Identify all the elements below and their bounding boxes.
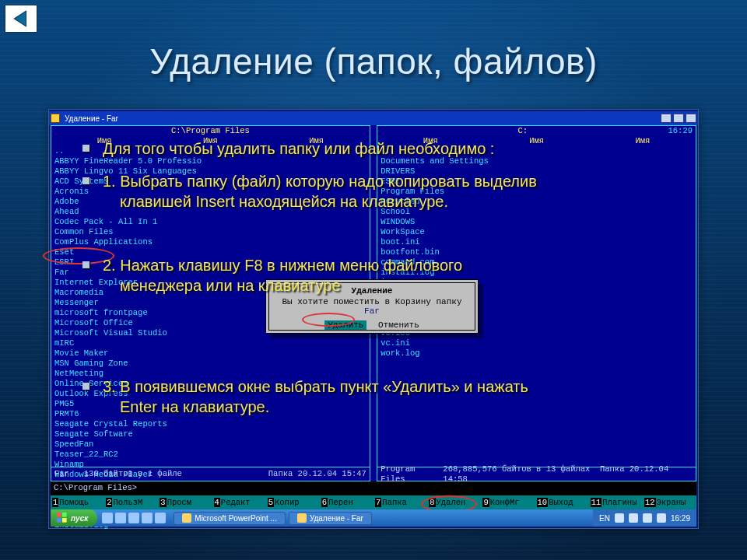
window-title: Удаление - Far <box>65 114 118 123</box>
ql-icon[interactable] <box>115 513 126 523</box>
bullet-item: 1. Выбрать папку (файл) которую надо коп… <box>79 171 686 212</box>
ql-icon[interactable] <box>102 513 113 523</box>
lang-indicator[interactable]: EN <box>599 514 610 523</box>
taskbar-app-label: Microsoft PowerPoint ... <box>195 514 277 523</box>
left-path: C:\Program Files <box>51 126 370 136</box>
app-icon <box>51 114 60 123</box>
bullet-indent: клавишей Insert находящейся на клавиатур… <box>120 191 686 212</box>
tray-icon[interactable] <box>657 513 666 523</box>
left-sel-name: Far <box>54 469 69 478</box>
quick-launch <box>97 513 170 523</box>
bullet-item: 2. Нажать клавишу F8 в нижнем меню файло… <box>79 255 686 296</box>
right-time: 16:29 <box>668 126 696 136</box>
taskbar-app-far[interactable]: Удаление - Far <box>289 512 372 525</box>
slide-bullets: Для того чтобы удалить папку или файл не… <box>79 138 686 429</box>
clock: 16:29 <box>671 514 690 523</box>
fkeys-bar: 1Помощь2ПользМ3Просм4Редакт5Копир6Перен7… <box>51 495 696 509</box>
left-status: Far 130 байтов в 1 файле Папка 20.12.04 … <box>51 467 370 481</box>
minimize-button[interactable] <box>661 114 672 123</box>
app-icon <box>182 513 191 523</box>
svg-rect-1 <box>57 513 61 517</box>
bullet-indent: менеджера или на клавиатуре <box>120 275 686 296</box>
fkey-5[interactable]: 5Копир <box>266 498 320 507</box>
bullet-indent: Enter на клавиатуре. <box>120 397 686 417</box>
fkey-1[interactable]: 1Помощь <box>51 498 104 507</box>
fkey-11[interactable]: 11Плагины <box>589 498 643 507</box>
nav-back-button[interactable] <box>5 5 37 33</box>
left-status-date: Папка 20.12.04 15:47 <box>268 469 366 479</box>
start-button[interactable]: пуск <box>51 509 97 527</box>
taskbar-app-label: Удаление - Far <box>310 514 363 523</box>
tray-icon[interactable] <box>643 513 652 523</box>
system-tray: EN 16:29 <box>593 509 696 527</box>
fkey-6[interactable]: 6Перен <box>320 498 374 507</box>
fkey-4[interactable]: 4Редакт <box>212 498 266 507</box>
fkey-3[interactable]: 3Просм <box>158 498 212 507</box>
fkey-2[interactable]: 2ПользМ <box>104 498 158 507</box>
close-button[interactable] <box>686 114 696 123</box>
triangle-left-icon <box>11 9 31 29</box>
start-label: пуск <box>71 514 88 523</box>
fkey-7[interactable]: 7Папка <box>374 498 427 507</box>
windows-logo-icon <box>57 513 68 523</box>
fkey-12[interactable]: 12Экраны <box>643 498 696 507</box>
app-icon <box>297 513 307 523</box>
svg-rect-2 <box>62 513 67 517</box>
ql-icon[interactable] <box>142 513 153 523</box>
slide-title: Удаление (папок, файлов) <box>0 0 747 82</box>
left-status-mid: 130 байтов в 1 файле <box>84 469 182 478</box>
command-prompt[interactable]: C:\Program Files> <box>51 481 696 495</box>
window-titlebar: Удаление - Far <box>49 111 698 125</box>
fkey-9[interactable]: 9КонфМг <box>481 498 535 507</box>
bullet-item: 3. В появившемся окне выбрать пункт «Уда… <box>79 376 686 417</box>
svg-rect-4 <box>62 518 67 523</box>
fkey-8[interactable]: 8Удален <box>427 498 481 507</box>
ql-icon[interactable] <box>128 513 139 523</box>
fkey-10[interactable]: 10Выход <box>535 498 589 507</box>
ql-icon[interactable] <box>155 513 166 523</box>
maximize-button[interactable] <box>673 114 684 123</box>
svg-rect-3 <box>57 518 61 523</box>
tray-icon[interactable] <box>629 513 638 523</box>
taskbar-app-powerpoint[interactable]: Microsoft PowerPoint ... <box>174 512 286 525</box>
bullet-item: Для того чтобы удалить папку или файл не… <box>79 138 686 159</box>
right-status-mid: 268,885,576 байтов в 13 файлах <box>443 464 590 474</box>
right-status: Program Files 268,885,576 байтов в 13 фа… <box>377 467 696 481</box>
svg-marker-0 <box>14 11 26 26</box>
taskbar: пуск Microsoft PowerPoint ... Удаление -… <box>51 509 696 527</box>
right-path: C: <box>518 126 528 135</box>
tray-icon[interactable] <box>615 513 624 523</box>
